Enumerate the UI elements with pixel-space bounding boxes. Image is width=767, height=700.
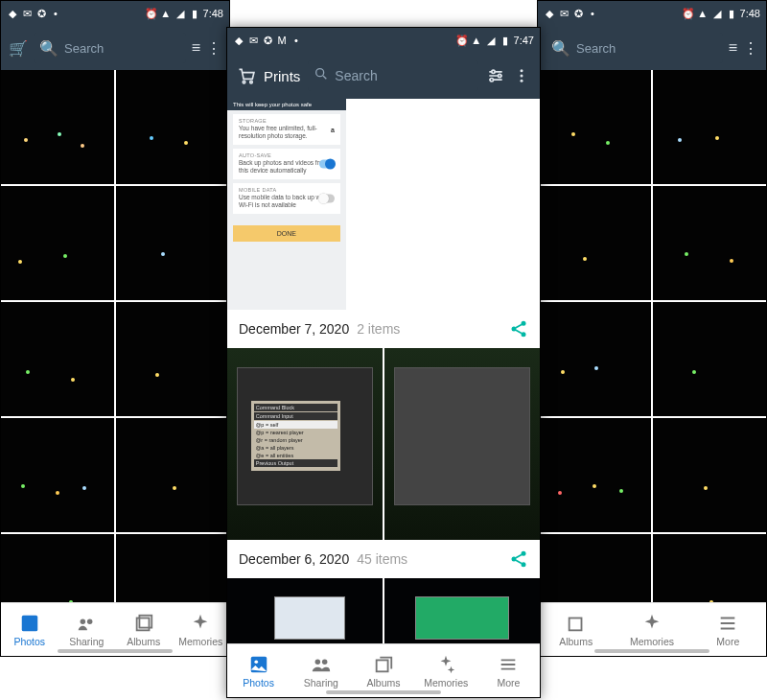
count-label: 45 items — [357, 551, 407, 567]
svg-point-7 — [250, 81, 253, 83]
search-box[interactable]: 🔍 — [546, 33, 723, 63]
messenger-icon: ◆ — [233, 35, 244, 46]
photo-thumbnail[interactable] — [538, 302, 651, 416]
photo-thumbnail[interactable] — [116, 186, 229, 300]
blank-screenshot[interactable] — [348, 99, 540, 310]
nav-sharing[interactable]: Sharing — [290, 644, 352, 697]
svg-point-16 — [512, 327, 517, 332]
search-box[interactable]: 🔍 — [34, 33, 186, 63]
photo-thumbnail[interactable]: Command Block Command Input @p = self @p… — [227, 348, 383, 540]
photo-thumbnail[interactable] — [653, 418, 766, 532]
done-button[interactable]: DONE — [233, 225, 340, 242]
svg-point-12 — [521, 69, 523, 72]
prints-label[interactable]: Prints — [264, 68, 300, 84]
search-input[interactable] — [335, 68, 473, 83]
photo-thumbnail[interactable] — [1, 534, 114, 602]
filter-icon[interactable]: ≡ — [729, 39, 737, 57]
storage-label: STORAGE — [239, 118, 335, 124]
phone-center: ◆ ✉ ✪ M • ⏰ ▲ ◢ ▮ 7:47 Prints — [226, 27, 541, 698]
top-bar: 🔍 ≡ ⋮ — [538, 26, 766, 70]
search-input[interactable] — [576, 41, 717, 56]
settings-screenshot[interactable]: This will keep your photos safe STORAGE … — [227, 99, 346, 310]
status-bar: ◆ ✉ ✪ • ⏰ ▲ ◢ ▮ 7:48 — [538, 1, 766, 26]
battery-icon: ▮ — [726, 8, 737, 19]
filter-icon[interactable]: ≡ — [192, 39, 200, 57]
phone-right: ◆ ✉ ✪ • ⏰ ▲ ◢ ▮ 7:48 🔍 ≡ ⋮ — [537, 0, 767, 657]
photo-thumbnail[interactable] — [538, 418, 651, 532]
chat-icon: ✉ — [247, 35, 259, 46]
photo-thumbnail[interactable] — [653, 302, 766, 416]
photo-thumbnail[interactable] — [116, 302, 229, 416]
photos-icon — [19, 613, 40, 634]
photo-grid-scroll[interactable] — [538, 70, 766, 602]
search-input[interactable] — [64, 41, 180, 56]
photo-thumbnail[interactable] — [1, 70, 114, 184]
bottom-nav: Photos Sharing Albums Memories More — [227, 643, 540, 697]
nav-label: Memories — [424, 677, 468, 688]
wifi-icon: ▲ — [697, 8, 709, 19]
main-scroll[interactable]: This will keep your photos safe STORAGE … — [227, 99, 540, 643]
svg-rect-5 — [569, 618, 581, 630]
svg-point-6 — [243, 81, 245, 83]
photo-thumbnail[interactable] — [384, 578, 540, 643]
photo-thumbnail[interactable] — [1, 186, 114, 300]
photo-thumbnail[interactable] — [653, 534, 766, 602]
photo-thumbnail[interactable] — [538, 186, 651, 300]
search-box[interactable] — [308, 60, 478, 91]
nav-albums[interactable]: Albums — [352, 644, 414, 697]
svg-point-22 — [254, 660, 258, 664]
photo-thumbnail[interactable] — [538, 534, 651, 602]
signal-icon: ◢ — [174, 8, 186, 19]
overflow-icon[interactable]: ⋮ — [743, 39, 758, 58]
svg-point-8 — [316, 69, 324, 77]
nav-memories[interactable]: Memories — [173, 603, 230, 656]
svg-point-14 — [521, 80, 523, 82]
nav-sharing[interactable]: Sharing — [58, 603, 116, 656]
photo-thumbnail[interactable] — [116, 418, 229, 532]
photo-thumbnail[interactable] — [1, 418, 114, 532]
photo-thumbnail[interactable] — [538, 70, 651, 184]
photo-thumbnail[interactable] — [653, 70, 766, 184]
photo-thumbnail[interactable] — [227, 578, 383, 643]
nav-photos[interactable]: Photos — [1, 603, 58, 656]
overflow-icon[interactable]: ⋮ — [206, 39, 221, 58]
autosave-toggle[interactable] — [319, 159, 335, 168]
mc-line: @e = all entities — [254, 452, 337, 459]
share-icon[interactable] — [509, 319, 528, 338]
nav-label: Albums — [367, 677, 401, 688]
cart-icon[interactable]: 🛒 — [9, 39, 28, 58]
nav-albums[interactable]: Albums — [115, 603, 173, 656]
svg-point-20 — [522, 562, 526, 567]
mobiledata-toggle[interactable] — [319, 194, 335, 202]
nav-more[interactable]: More — [690, 603, 766, 656]
count-label: 2 items — [357, 321, 400, 337]
sharing-icon — [76, 613, 97, 634]
photo-thumbnail[interactable] — [653, 186, 766, 300]
nav-label: Memories — [630, 636, 674, 647]
nav-photos[interactable]: Photos — [227, 644, 290, 697]
nav-more[interactable]: More — [477, 644, 540, 697]
overflow-icon[interactable] — [513, 67, 530, 84]
nav-label: More — [497, 677, 520, 688]
svg-point-15 — [522, 321, 526, 326]
svg-point-10 — [499, 74, 501, 77]
nav-memories[interactable]: Memories — [415, 644, 477, 697]
mc-line: @r = random player — [254, 436, 337, 444]
nav-albums[interactable]: Albums — [538, 603, 614, 656]
svg-point-13 — [521, 75, 523, 78]
storage-text: You have free unlimited, full-resolution… — [239, 125, 335, 141]
photo-thumbnail[interactable] — [1, 302, 114, 416]
share-icon[interactable] — [509, 549, 528, 569]
cart-icon[interactable] — [237, 66, 256, 85]
photo-thumbnail[interactable] — [116, 534, 229, 602]
nav-memories[interactable]: Memories — [614, 603, 689, 656]
mc-line: @p = self — [254, 421, 337, 429]
bottom-nav: Photos Sharing Albums Memories — [1, 602, 229, 656]
photo-thumbnail[interactable] — [384, 348, 540, 540]
mc-input-label: Command Input — [254, 412, 337, 420]
filter-icon[interactable] — [486, 66, 505, 85]
photo-grid-scroll[interactable] — [1, 70, 229, 602]
home-indicator — [594, 649, 709, 653]
photo-thumbnail[interactable] — [116, 70, 229, 184]
wifi-icon: ▲ — [471, 35, 482, 46]
